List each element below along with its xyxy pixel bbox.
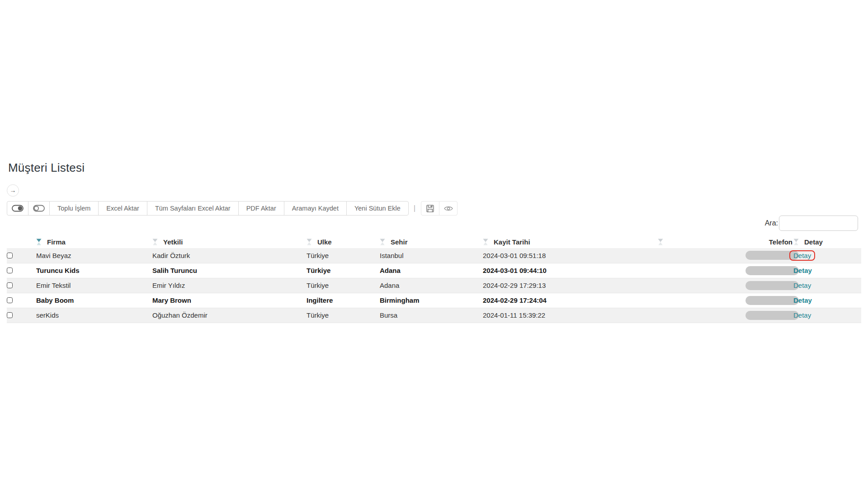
search-row: Ara:: [765, 216, 858, 231]
cell-sehir: Istanbul: [380, 248, 483, 263]
header-firma[interactable]: Firma: [36, 235, 152, 248]
cell-yetkili: Emir Yıldız: [152, 278, 307, 293]
table-header-row: Firma Yetkili Ulke Kayit Tarihi Sehir Ka…: [7, 235, 861, 248]
filter-icon[interactable]: [658, 239, 663, 245]
header-label: Sehir: [391, 238, 408, 246]
cell-kayit-tarihi: 2024-03-01 09:51:18: [483, 248, 658, 263]
cell-ulke: Türkiye: [307, 308, 380, 323]
detay-link[interactable]: Detay: [793, 267, 812, 274]
header-label: Firma: [47, 238, 66, 246]
cell-detay: Detay: [793, 308, 861, 323]
page-title: Müşteri Listesi: [8, 161, 85, 175]
detay-link[interactable]: Detay: [793, 252, 811, 259]
toolbar-divider: |: [414, 204, 415, 213]
header-sehir[interactable]: Kayit Tarihi Sehir: [380, 235, 483, 248]
arrow-right-icon: →: [10, 187, 16, 194]
column-visibility-button[interactable]: [439, 201, 458, 216]
cell-kayit-tarihi: 2024-01-11 15:39:22: [483, 308, 658, 323]
row-select-checkbox[interactable]: [7, 297, 13, 303]
header-label: Kayit Tarihi: [494, 238, 530, 246]
row-select-checkbox[interactable]: [7, 312, 13, 318]
cell-telefon: [658, 263, 793, 278]
cell-ulke: Türkiye: [307, 248, 380, 263]
phone-redacted-pill: [745, 281, 799, 290]
detay-link[interactable]: Detay: [793, 296, 812, 304]
filter-active-icon[interactable]: [36, 239, 42, 245]
phone-redacted-pill: [745, 311, 799, 320]
row-select-checkbox[interactable]: [7, 267, 13, 273]
header-ulke[interactable]: Ulke: [307, 235, 380, 248]
toggle-on-icon: [12, 205, 24, 212]
pdf-export-button[interactable]: PDF Aktar: [238, 201, 284, 216]
toggle-on-button[interactable]: [7, 201, 28, 216]
header-label: Ulke: [317, 238, 332, 246]
save-icon: [426, 205, 434, 212]
cell-yetkili: Oğuzhan Özdemir: [152, 308, 307, 323]
header-kayit-tarihi[interactable]: Kayit Tarihi: [483, 235, 658, 248]
cell-firma: Mavi Beyaz: [36, 248, 152, 263]
table-row: serKids Oğuzhan Özdemir Türkiye Bursa 20…: [7, 308, 861, 323]
toggle-off-icon: [33, 205, 45, 212]
cell-sehir: Birmingham: [380, 293, 483, 308]
save-view-button[interactable]: [421, 201, 439, 216]
header-label: Yetkili: [163, 238, 183, 246]
cell-yetkili: Salih Turuncu: [152, 263, 307, 278]
cell-firma: Turuncu Kids: [36, 263, 152, 278]
cell-telefon: [658, 308, 793, 323]
toolbar: Toplu İşlem Excel Aktar Tüm Sayfaları Ex…: [7, 201, 458, 216]
filter-icon[interactable]: [307, 239, 312, 245]
cell-telefon: [658, 278, 793, 293]
search-label: Ara:: [765, 219, 778, 227]
cell-telefon: [658, 293, 793, 308]
header-telefon[interactable]: Telefon: [658, 235, 793, 248]
customer-list-page: Müşteri Listesi → Toplu İşlem Excel Akta…: [0, 0, 868, 488]
cell-detay: Detay: [793, 248, 861, 263]
excel-export-all-pages-button[interactable]: Tüm Sayfaları Excel Aktar: [147, 201, 239, 216]
eye-icon: [444, 206, 453, 211]
filter-icon[interactable]: [483, 239, 488, 245]
cell-ulke: Ingiltere: [307, 293, 380, 308]
bulk-action-button[interactable]: Toplu İşlem: [49, 201, 99, 216]
cell-ulke: Türkiye: [307, 278, 380, 293]
cell-telefon: [658, 248, 793, 263]
table-row: Emir Tekstil Emir Yıldız Türkiye Adana 2…: [7, 278, 861, 293]
row-select-checkbox[interactable]: [7, 282, 13, 288]
cell-kayit-tarihi: 2024-02-29 17:24:04: [483, 293, 658, 308]
cell-detay: Detay: [793, 293, 861, 308]
cell-detay: Detay: [793, 263, 861, 278]
cell-detay: Detay: [793, 278, 861, 293]
toolbar-button-group: Toplu İşlem Excel Aktar Tüm Sayfaları Ex…: [7, 201, 409, 216]
phone-redacted-pill: [745, 266, 799, 275]
toolbar-icon-group: [421, 201, 458, 216]
cell-kayit-tarihi: 2024-02-29 17:29:13: [483, 278, 658, 293]
cell-yetkili: Kadir Özturk: [152, 248, 307, 263]
save-search-button[interactable]: Aramayı Kaydet: [284, 201, 347, 216]
cell-firma: Emir Tekstil: [36, 278, 152, 293]
cell-sehir: Bursa: [380, 308, 483, 323]
phone-redacted-pill: [745, 296, 799, 305]
search-input[interactable]: [779, 216, 858, 231]
header-detay[interactable]: Detay: [793, 235, 861, 248]
filter-icon[interactable]: [380, 239, 385, 245]
cell-firma: serKids: [36, 308, 152, 323]
add-column-button[interactable]: Yeni Sütun Ekle: [346, 201, 409, 216]
cell-firma: Baby Boom: [36, 293, 152, 308]
table-row: Mavi Beyaz Kadir Özturk Türkiye Istanbul…: [7, 248, 861, 263]
table-row: Baby Boom Mary Brown Ingiltere Birmingha…: [7, 293, 861, 308]
toggle-off-button[interactable]: [28, 201, 50, 216]
panel-collapse-button[interactable]: →: [7, 184, 19, 197]
header-yetkili[interactable]: Yetkili: [152, 235, 307, 248]
header-label: Telefon: [769, 238, 793, 246]
filter-icon[interactable]: [793, 239, 799, 245]
filter-icon[interactable]: [152, 239, 158, 245]
header-select: [7, 235, 36, 248]
cell-yetkili: Mary Brown: [152, 293, 307, 308]
highlight-box: Detay: [789, 250, 815, 261]
cell-kayit-tarihi: 2024-03-01 09:44:10: [483, 263, 658, 278]
detay-link[interactable]: Detay: [793, 282, 811, 289]
table-row: Turuncu Kids Salih Turuncu Türkiye Adana…: [7, 263, 861, 278]
customer-table: Firma Yetkili Ulke Kayit Tarihi Sehir Ka…: [7, 235, 861, 323]
detay-link[interactable]: Detay: [793, 311, 811, 319]
excel-export-button[interactable]: Excel Aktar: [98, 201, 147, 216]
row-select-checkbox[interactable]: [7, 253, 13, 258]
